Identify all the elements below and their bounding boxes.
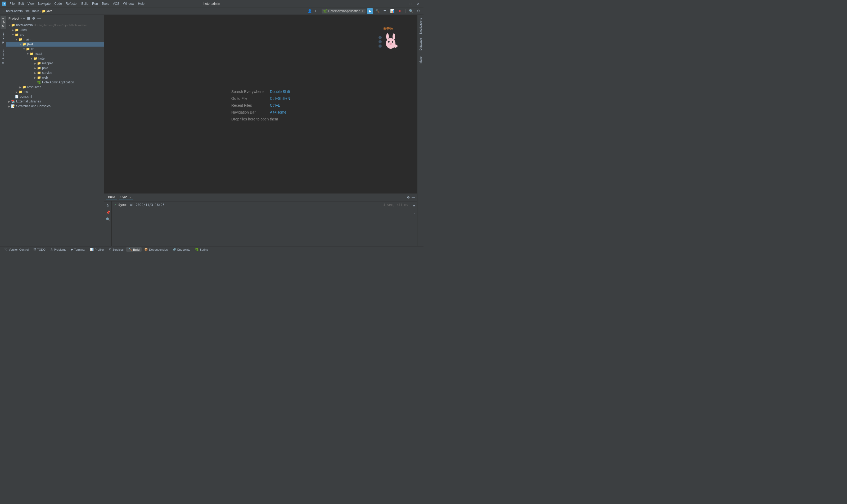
breadcrumb-main[interactable]: main [32, 9, 39, 13]
build-pin-btn[interactable]: 📌 [105, 210, 111, 215]
goto-shortcut[interactable]: Ctrl+Shift+N [270, 96, 290, 101]
gear-icon[interactable]: ⚙ [32, 16, 36, 21]
tab-services[interactable]: ⚙ Services [107, 247, 126, 252]
build-refresh-btn[interactable]: ↻ [105, 202, 111, 208]
tab-todo[interactable]: ☑ TODO [31, 247, 48, 252]
welcome-row-recent: Recent Files Ctrl+E [231, 103, 290, 107]
tree-item-idea[interactable]: ▶ 📁 .idea [6, 28, 104, 32]
tree-item-app[interactable]: ▶ 🌿 HotelAdminApplication [6, 80, 104, 85]
tree-item-web[interactable]: ▶ 📁 web [6, 75, 104, 80]
tab-profiler[interactable]: 📊 Profiler [88, 247, 106, 252]
scratches-label: Scratches and Consoles [16, 104, 51, 108]
tree-item-itcast[interactable]: ▼ 📁 itcast [6, 51, 104, 56]
build-button[interactable]: 🔨 [375, 8, 380, 14]
tree-item-cn[interactable]: ▼ 📁 cn [6, 47, 104, 51]
tab-terminal[interactable]: ▶ Terminal [69, 247, 87, 252]
nav-shortcut[interactable]: Alt+Home [270, 110, 286, 114]
menu-view[interactable]: View [26, 1, 36, 6]
tree-item-service[interactable]: ▶ 📁 service [6, 70, 104, 75]
tree-item-src[interactable]: ▼ 📁 src [6, 32, 104, 37]
recent-shortcut[interactable]: Ctrl+E [270, 103, 280, 107]
panel-header-actions: ≡ ⊞ ⚙ — [22, 16, 41, 21]
menu-run[interactable]: Run [91, 1, 100, 6]
navbar-actions: 👤 ⟵ 🌿 HotelAdminApplication ▼ ▶ 🔨 ☂ 📊 ■ … [307, 8, 421, 14]
navbar: ← hotel-admin › src › main › 📁 java 👤 ⟵ … [0, 7, 424, 15]
tree-item-resources[interactable]: ▶ 📁 resources [6, 85, 104, 89]
tree-item-pom[interactable]: ▶ 📄 pom.xml [6, 94, 104, 99]
menu-help[interactable]: Help [136, 1, 146, 6]
settings-icon[interactable]: ⚙ [416, 8, 421, 14]
tree-item-main[interactable]: ▼ 📁 main [6, 37, 104, 42]
search-shortcut[interactable]: Double Shift [270, 89, 290, 94]
breadcrumb-sep-3: › [40, 9, 41, 13]
build-header-actions: ⚙ — [407, 195, 415, 199]
minimize-button[interactable]: ─ [400, 1, 406, 6]
menu-vcs[interactable]: VCS [111, 1, 121, 6]
profile-run-button[interactable]: 📊 [389, 8, 395, 14]
tree-item-pojo[interactable]: ▶ 📁 pojo [6, 66, 104, 70]
java-label: java [27, 42, 33, 46]
tab-version-control[interactable]: ⌥ Version Control [2, 247, 31, 252]
tree-item-hotel[interactable]: ▼ 📁 hotel [6, 56, 104, 61]
collapse-all-icon[interactable]: ≡ [22, 16, 26, 21]
menu-edit[interactable]: Edit [17, 1, 25, 6]
tree-item-mapper[interactable]: ▶ 📁 mapper [6, 61, 104, 66]
breadcrumb-sep-1: › [23, 9, 24, 13]
menu-build[interactable]: Build [80, 1, 90, 6]
folder-icon-cn: 📁 [26, 47, 30, 51]
hide-panel-icon[interactable]: — [37, 16, 41, 21]
build-settings-icon[interactable]: ⚙ [407, 195, 410, 199]
tab-endpoints[interactable]: 🔗 Endpoints [170, 247, 193, 252]
tree-item-root[interactable]: ▼ 📁 hotel-admin D:\DingJiaxiong\IdeaProj… [6, 23, 104, 28]
expand-arrow-itcast: ▼ [26, 52, 30, 55]
hotel-label: hotel [38, 57, 45, 60]
tree-item-scratches[interactable]: ▶ 📝 Scratches and Consoles [6, 104, 104, 109]
tree-item-test[interactable]: ▶ 📁 test [6, 89, 104, 94]
menu-navigate[interactable]: Navigate [37, 1, 52, 6]
left-tab-structure[interactable]: Structure [1, 30, 6, 46]
coverage-button[interactable]: ☂ [382, 8, 388, 14]
sync-tab-close[interactable]: ✕ [129, 196, 131, 199]
tab-spring[interactable]: 🌿 Spring [193, 247, 211, 252]
stop-button[interactable]: ■ [397, 8, 402, 14]
maximize-button[interactable]: □ [408, 1, 413, 6]
tab-dependencies[interactable]: 📦 Dependencies [142, 247, 170, 252]
breadcrumb-src[interactable]: src [25, 9, 30, 13]
folder-icon-pojo: 📁 [37, 66, 41, 70]
build-right-btn-2[interactable]: ↕ [411, 210, 417, 215]
run-config-dropdown[interactable]: 🌿 HotelAdminApplication ▼ [322, 9, 365, 14]
build-tab-sync[interactable]: Sync ✕ [119, 195, 133, 200]
right-tab-database[interactable]: Database [418, 36, 423, 53]
build-hide-icon[interactable]: — [412, 195, 415, 199]
build-panel-title: Build [106, 195, 117, 200]
project-tree: ▼ 📁 hotel-admin D:\DingJiaxiong\IdeaProj… [6, 22, 104, 246]
scratches-icon: 📝 [11, 104, 15, 108]
titlebar: J File Edit View Navigate Code Refactor … [0, 0, 424, 7]
tree-item-java[interactable]: ▼ 📁 java [6, 42, 104, 47]
left-tab-project[interactable]: Project [1, 16, 6, 29]
panel-title-dropdown[interactable]: Project ▼ [8, 17, 22, 20]
menu-code[interactable]: Code [53, 1, 64, 6]
menu-file[interactable]: File [8, 1, 16, 6]
menu-tools[interactable]: Tools [100, 1, 111, 6]
tree-item-extlibs[interactable]: ▶ 📚 External Libraries [6, 99, 104, 104]
close-button[interactable]: ✕ [415, 1, 421, 6]
menu-bar: File Edit View Navigate Code Refactor Bu… [8, 1, 146, 6]
left-tab-bookmarks[interactable]: Bookmarks [1, 48, 6, 66]
run-button[interactable]: ▶ [367, 8, 373, 14]
search-everywhere-icon[interactable]: 🔍 [408, 8, 414, 14]
breadcrumb-java[interactable]: java [47, 9, 52, 13]
menu-refactor[interactable]: Refactor [64, 1, 79, 6]
build-right-btn-1[interactable]: ≡ [411, 202, 417, 208]
menu-window[interactable]: Window [122, 1, 136, 6]
profile-icon[interactable]: 👤 [307, 8, 312, 14]
navigate-back-icon[interactable]: ⟵ [314, 8, 320, 14]
right-tab-maven[interactable]: Maven [418, 53, 423, 66]
build-filter-btn[interactable]: 🔍 [105, 216, 111, 222]
right-tab-notifications[interactable]: Notifications [418, 16, 423, 36]
tab-build[interactable]: 🔨 Build [126, 247, 142, 252]
breadcrumb-root[interactable]: hotel-admin [6, 9, 23, 13]
tab-problems[interactable]: ⚠ Problems [48, 247, 68, 252]
back-button[interactable]: ← [2, 9, 5, 13]
group-icon[interactable]: ⊞ [26, 16, 31, 21]
